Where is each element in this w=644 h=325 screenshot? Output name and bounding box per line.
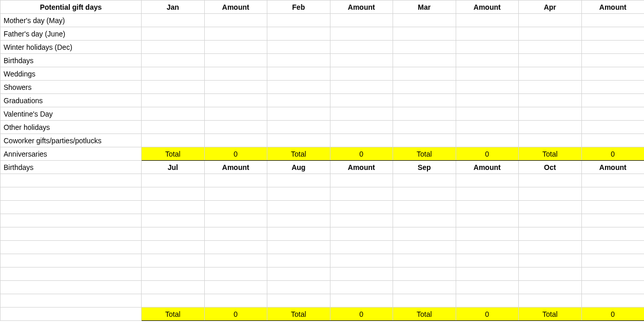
cell[interactable] xyxy=(519,41,582,54)
cell[interactable] xyxy=(267,241,330,254)
cell[interactable] xyxy=(330,187,393,201)
cell[interactable] xyxy=(519,107,582,121)
cell[interactable] xyxy=(142,81,205,94)
cell[interactable] xyxy=(519,81,582,94)
cell[interactable] xyxy=(204,294,267,308)
cell[interactable] xyxy=(581,201,644,214)
cell[interactable] xyxy=(581,214,644,227)
cell[interactable] xyxy=(204,174,267,187)
gift-day-label[interactable] xyxy=(1,227,142,241)
cell[interactable] xyxy=(142,14,205,27)
cell[interactable] xyxy=(393,174,456,187)
cell[interactable] xyxy=(456,201,519,214)
cell[interactable] xyxy=(267,121,330,134)
cell[interactable] xyxy=(456,41,519,54)
cell[interactable] xyxy=(267,94,330,107)
cell[interactable] xyxy=(581,94,644,107)
cell[interactable] xyxy=(267,54,330,67)
cell[interactable] xyxy=(456,67,519,81)
cell[interactable] xyxy=(267,134,330,147)
gift-day-label[interactable]: Coworker gifts/parties/potlucks xyxy=(1,134,142,147)
cell[interactable] xyxy=(267,14,330,27)
cell[interactable] xyxy=(456,134,519,147)
cell[interactable] xyxy=(330,241,393,254)
cell[interactable] xyxy=(330,254,393,267)
gift-day-label[interactable] xyxy=(1,294,142,308)
cell[interactable] xyxy=(204,54,267,67)
cell[interactable] xyxy=(142,201,205,214)
cell[interactable] xyxy=(267,41,330,54)
cell[interactable] xyxy=(267,67,330,81)
cell[interactable] xyxy=(393,227,456,241)
cell[interactable] xyxy=(330,14,393,27)
cell[interactable] xyxy=(267,294,330,308)
cell[interactable] xyxy=(142,281,205,294)
gift-day-label[interactable]: Other holidays xyxy=(1,121,142,134)
cell[interactable] xyxy=(456,227,519,241)
cell[interactable] xyxy=(267,174,330,187)
cell[interactable] xyxy=(456,54,519,67)
gift-day-label[interactable] xyxy=(1,187,142,201)
cell[interactable] xyxy=(330,54,393,67)
cell[interactable] xyxy=(142,227,205,241)
cell[interactable] xyxy=(519,94,582,107)
cell[interactable] xyxy=(519,227,582,241)
cell[interactable] xyxy=(581,227,644,241)
cell[interactable] xyxy=(393,121,456,134)
cell[interactable] xyxy=(456,214,519,227)
cell[interactable] xyxy=(519,201,582,214)
cell[interactable] xyxy=(456,121,519,134)
cell[interactable] xyxy=(142,27,205,41)
gift-day-label[interactable]: Showers xyxy=(1,81,142,94)
cell[interactable] xyxy=(519,281,582,294)
cell[interactable] xyxy=(204,94,267,107)
cell[interactable] xyxy=(204,121,267,134)
cell[interactable] xyxy=(393,67,456,81)
gift-day-label[interactable] xyxy=(1,201,142,214)
cell[interactable] xyxy=(204,14,267,27)
cell[interactable] xyxy=(330,227,393,241)
cell[interactable] xyxy=(142,121,205,134)
cell[interactable] xyxy=(393,294,456,308)
cell[interactable] xyxy=(581,121,644,134)
cell[interactable] xyxy=(330,174,393,187)
cell[interactable] xyxy=(204,67,267,81)
cell[interactable] xyxy=(581,294,644,308)
gift-day-label[interactable]: Father's day (June) xyxy=(1,27,142,41)
cell[interactable] xyxy=(393,81,456,94)
cell[interactable] xyxy=(267,267,330,281)
cell[interactable] xyxy=(204,241,267,254)
cell[interactable] xyxy=(142,107,205,121)
cell[interactable] xyxy=(330,107,393,121)
cell[interactable] xyxy=(393,14,456,27)
cell[interactable] xyxy=(456,94,519,107)
cell[interactable] xyxy=(393,254,456,267)
cell[interactable] xyxy=(393,41,456,54)
cell[interactable] xyxy=(204,187,267,201)
cell[interactable] xyxy=(519,241,582,254)
cell[interactable] xyxy=(519,254,582,267)
cell[interactable] xyxy=(204,267,267,281)
cell[interactable] xyxy=(142,174,205,187)
gift-day-label[interactable]: Winter holidays (Dec) xyxy=(1,41,142,54)
cell[interactable] xyxy=(204,134,267,147)
gift-day-label[interactable]: Graduations xyxy=(1,94,142,107)
cell[interactable] xyxy=(204,81,267,94)
cell[interactable] xyxy=(519,267,582,281)
cell[interactable] xyxy=(519,67,582,81)
cell[interactable] xyxy=(581,81,644,94)
cell[interactable] xyxy=(204,107,267,121)
cell[interactable] xyxy=(267,201,330,214)
cell[interactable] xyxy=(267,227,330,241)
cell[interactable] xyxy=(456,81,519,94)
cell[interactable] xyxy=(393,54,456,67)
cell[interactable] xyxy=(393,107,456,121)
cell[interactable] xyxy=(581,241,644,254)
cell[interactable] xyxy=(519,134,582,147)
cell[interactable] xyxy=(519,214,582,227)
cell[interactable] xyxy=(581,134,644,147)
cell[interactable] xyxy=(330,121,393,134)
cell[interactable] xyxy=(456,241,519,254)
cell[interactable] xyxy=(267,254,330,267)
cell[interactable] xyxy=(330,94,393,107)
